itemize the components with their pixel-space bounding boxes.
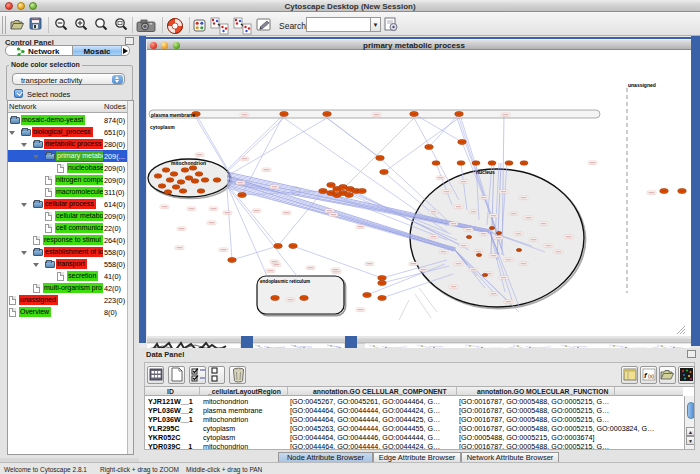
svg-text:endoplasmic reticulum: endoplasmic reticulum xyxy=(260,279,310,284)
svg-text:plasma membrane: plasma membrane xyxy=(151,112,195,118)
svg-text:unassigned: unassigned xyxy=(628,82,656,88)
svg-text:nucleus: nucleus xyxy=(476,169,495,175)
svg-text:cytoplasm: cytoplasm xyxy=(150,124,175,130)
svg-text:mitochondrion: mitochondrion xyxy=(171,160,206,166)
svg-text:(x): (x) xyxy=(648,373,654,379)
